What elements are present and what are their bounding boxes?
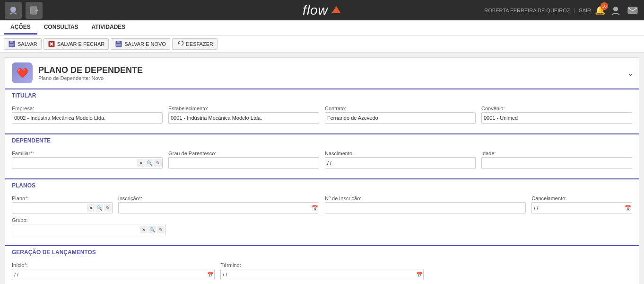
termino-cal-button[interactable]: 📅 xyxy=(416,272,423,278)
termino-input[interactable] xyxy=(220,269,423,280)
svg-rect-7 xyxy=(9,44,14,46)
top-bar: flow ROBERTA FERREIRA DE QUEIROZ | SAIR … xyxy=(0,0,644,20)
planos-row-2: Grupo: ✕ 🔍 ✎ xyxy=(12,217,632,235)
grupo-clear-button[interactable]: ✕ xyxy=(140,226,148,233)
mail-icon[interactable] xyxy=(626,4,639,17)
estabelecimento-input[interactable] xyxy=(168,112,319,124)
familiar-label: Familiar*: xyxy=(12,151,163,156)
inicio-cal-button[interactable]: 📅 xyxy=(207,272,214,278)
svg-rect-6 xyxy=(10,41,13,43)
user-avatar-icon[interactable] xyxy=(609,4,622,17)
familiar-clear-button[interactable]: ✕ xyxy=(137,159,145,167)
save-close-button[interactable]: SALVAR E FECHAR xyxy=(44,38,109,50)
home-icon[interactable] xyxy=(5,2,22,19)
empresa-input[interactable] xyxy=(12,112,163,124)
cancelamento-label: Cancelamento: xyxy=(531,195,632,201)
svg-rect-4 xyxy=(628,7,637,14)
svg-rect-13 xyxy=(116,44,121,46)
grupo-search-button[interactable]: 🔍 xyxy=(148,226,156,233)
section-geracao: GERAÇÃO DE LANÇAMENTOS xyxy=(5,245,639,258)
cancelamento-input-wrapper: 📅 xyxy=(531,202,632,213)
plano-group: Plano*: ✕ 🔍 ✎ xyxy=(12,195,113,213)
num-inscricao-label: Nº de Inscrição: xyxy=(325,195,526,201)
svg-rect-12 xyxy=(117,41,120,43)
cancelamento-cal-button[interactable]: 📅 xyxy=(625,205,631,211)
titular-row: Empresa: Estabelecimento: Contrato: Conv… xyxy=(12,106,632,124)
main-content: ❤️ PLANO DE DEPENDENTE Plano de Dependen… xyxy=(0,53,644,284)
plano-clear-button[interactable]: ✕ xyxy=(87,204,95,212)
form-card: ❤️ PLANO DE DEPENDENTE Plano de Dependen… xyxy=(5,57,639,284)
svg-marker-14 xyxy=(178,43,180,44)
user-link[interactable]: ROBERTA FERREIRA DE QUEIROZ xyxy=(484,8,570,13)
contrato-input[interactable] xyxy=(325,112,476,124)
form-icon: ❤️ xyxy=(12,62,33,83)
inscricao-group: Inscrição*: 📅 xyxy=(118,195,319,213)
undo-icon xyxy=(176,40,184,48)
save-button[interactable]: SALVAR xyxy=(4,38,42,50)
notification-count: 16 xyxy=(600,2,608,10)
section-titular: TITULAR xyxy=(5,89,639,102)
plano-label: Plano*: xyxy=(12,195,113,201)
section-planos: PLANOS xyxy=(5,178,639,192)
convenio-group: Convênio: xyxy=(481,106,632,124)
app-logo: flow xyxy=(303,3,341,18)
undo-button[interactable]: DESFAZER xyxy=(172,38,218,50)
geracao-body: Início*: 📅 Término: 📅 xyxy=(5,258,639,284)
form-header: ❤️ PLANO DE DEPENDENTE Plano de Dependen… xyxy=(5,58,639,89)
svg-point-3 xyxy=(613,7,618,11)
inscricao-label: Inscrição*: xyxy=(118,195,319,201)
contrato-group: Contrato: xyxy=(325,106,476,124)
sair-link[interactable]: SAIR xyxy=(579,8,591,13)
plano-edit-button[interactable]: ✎ xyxy=(104,204,112,212)
planos-spacer xyxy=(171,217,632,235)
inicio-input[interactable] xyxy=(12,269,215,280)
inscricao-cal-button[interactable]: 📅 xyxy=(312,205,318,211)
titular-body: Empresa: Estabelecimento: Contrato: Conv… xyxy=(5,102,639,133)
familiar-edit-button[interactable]: ✎ xyxy=(154,159,162,167)
idade-input[interactable] xyxy=(481,157,632,169)
familiar-search-button[interactable]: 🔍 xyxy=(146,159,153,167)
dependente-row: Familiar*: ✕ 🔍 ✎ Grau de Parentesco: xyxy=(12,151,632,169)
grupo-label: Grupo: xyxy=(12,217,165,223)
geracao-row: Início*: 📅 Término: 📅 xyxy=(12,262,632,280)
num-inscricao-group: Nº de Inscrição: xyxy=(325,195,526,213)
inicio-input-wrapper: 📅 xyxy=(12,269,215,280)
familiar-group: Familiar*: ✕ 🔍 ✎ xyxy=(12,151,163,169)
save-close-icon xyxy=(48,40,55,48)
menu-item-consultas[interactable]: CONSULTAS xyxy=(37,21,85,35)
save-new-icon xyxy=(115,40,122,48)
estabelecimento-group: Estabelecimento: xyxy=(168,106,319,124)
contrato-label: Contrato: xyxy=(325,106,476,111)
save-new-button[interactable]: SALVAR E NOVO xyxy=(111,38,170,50)
nascimento-group: Nascimento: xyxy=(325,151,476,169)
svg-marker-2 xyxy=(332,6,340,13)
grupo-input-wrapper: ✕ 🔍 ✎ xyxy=(12,224,165,235)
svg-point-0 xyxy=(10,7,16,12)
cancelamento-group: Cancelamento: 📅 xyxy=(531,195,632,213)
exit-icon[interactable] xyxy=(26,2,43,19)
inscricao-input[interactable] xyxy=(118,202,319,213)
empresa-label: Empresa: xyxy=(12,106,163,111)
form-subtitle: Plano de Dependente: Novo xyxy=(38,75,143,81)
grau-input[interactable] xyxy=(168,157,319,169)
plano-search-button[interactable]: 🔍 xyxy=(96,204,103,212)
grupo-edit-button[interactable]: ✎ xyxy=(157,226,165,233)
idade-label: Idade: xyxy=(481,151,632,156)
nascimento-input[interactable] xyxy=(325,157,476,169)
empresa-group: Empresa: xyxy=(12,106,163,124)
cancelamento-input[interactable] xyxy=(531,202,632,213)
toolbar: SALVAR SALVAR E FECHAR SALVAR E NOVO xyxy=(0,36,644,53)
save-icon xyxy=(8,40,16,48)
familiar-actions: ✕ 🔍 ✎ xyxy=(137,159,162,167)
menu-item-atividades[interactable]: ATIVIDADES xyxy=(85,21,132,35)
dependente-body: Familiar*: ✕ 🔍 ✎ Grau de Parentesco: xyxy=(5,147,639,178)
termino-input-wrapper: 📅 xyxy=(220,269,423,280)
menu-bar: AÇÕES CONSULTAS ATIVIDADES xyxy=(0,20,644,36)
planos-row-1: Plano*: ✕ 🔍 ✎ Inscrição*: 📅 xyxy=(12,195,632,213)
notification-bell[interactable]: 🔔 16 xyxy=(595,5,605,16)
termino-group: Término: 📅 xyxy=(220,262,423,280)
convenio-input[interactable] xyxy=(481,112,632,124)
num-inscricao-input[interactable] xyxy=(325,202,526,213)
collapse-button[interactable]: ⌄ xyxy=(627,68,634,78)
menu-item-acoes[interactable]: AÇÕES xyxy=(4,21,37,35)
